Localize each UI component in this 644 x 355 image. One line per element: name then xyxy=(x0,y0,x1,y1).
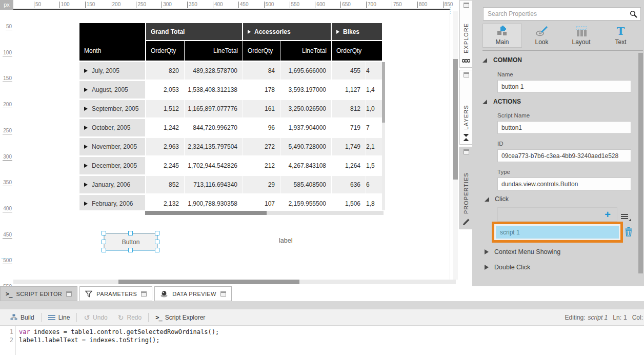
name-input[interactable] xyxy=(498,81,631,92)
data-table[interactable]: Month Grand Total Accessories Bikes Orde… xyxy=(79,23,382,210)
selection-handle[interactable] xyxy=(155,231,159,235)
table-row[interactable]: July, 2005 820 489,328.578700 84 1,695.6… xyxy=(79,62,382,80)
cell-month[interactable]: September, 2005 xyxy=(79,100,145,117)
window-icon[interactable] xyxy=(220,291,226,297)
script-name-input[interactable] xyxy=(498,122,631,133)
window-icon[interactable] xyxy=(464,149,469,154)
collapse-icon[interactable] xyxy=(482,58,487,63)
column-header[interactable]: LineTotal xyxy=(280,41,331,61)
click-event-header[interactable]: Click xyxy=(485,195,509,203)
script-list-item[interactable]: script 1 xyxy=(496,226,619,239)
row-expand-icon[interactable] xyxy=(84,202,88,206)
table-row[interactable]: August, 2005 2,053 1,538,408.312138 178 … xyxy=(79,81,382,98)
tab-parameters[interactable]: PARAMETERS xyxy=(79,286,152,301)
table-row[interactable]: September, 2005 1,512 1,165,897.077776 1… xyxy=(79,100,382,117)
script-name-field[interactable] xyxy=(497,121,631,134)
row-expand-icon[interactable] xyxy=(84,183,88,187)
search-properties-box[interactable] xyxy=(483,7,641,21)
collapse-icon[interactable] xyxy=(485,197,489,202)
selection-handle[interactable] xyxy=(102,248,106,252)
cell-month[interactable]: February, 2006 xyxy=(79,195,145,210)
tab-text[interactable]: T Text xyxy=(601,24,640,48)
list-menu-icon[interactable] xyxy=(621,214,631,221)
table-month-header[interactable]: Month xyxy=(79,23,145,61)
expand-icon[interactable] xyxy=(485,249,489,254)
canvas-vertical-scrollbar-thumb[interactable] xyxy=(453,59,458,180)
column-header[interactable]: LineTotal xyxy=(185,41,243,61)
expand-icon[interactable] xyxy=(485,265,489,270)
canvas-horizontal-scrollbar-thumb[interactable] xyxy=(118,280,299,284)
name-field[interactable] xyxy=(497,80,631,93)
row-expand-icon[interactable] xyxy=(84,107,88,111)
table-row[interactable]: January, 2006 852 713,116.694340 29 585.… xyxy=(79,176,382,193)
column-header[interactable]: OrderQty xyxy=(243,41,280,61)
search-icon[interactable] xyxy=(630,10,637,18)
tab-main[interactable]: Main xyxy=(482,24,522,48)
code-editor[interactable]: 1 var indexes = table1.control.getSelect… xyxy=(0,326,644,355)
column-header[interactable]: OrderQty xyxy=(332,41,382,61)
group-grand-total[interactable]: Grand Total xyxy=(146,23,242,40)
cell-month[interactable]: November, 2005 xyxy=(79,138,145,155)
delete-script-icon[interactable] xyxy=(625,227,633,236)
tab-layers[interactable]: LAYERS xyxy=(459,70,472,145)
selection-handle[interactable] xyxy=(128,231,133,235)
column-header[interactable]: OrderQty xyxy=(146,41,184,61)
table-row[interactable]: February, 2006 2,132 1,900,788.930358 10… xyxy=(79,195,382,210)
table-row[interactable]: October, 2005 1,242 844,720.996270 96 1,… xyxy=(79,119,382,136)
add-script-button[interactable]: + xyxy=(605,210,611,219)
tab-properties[interactable]: PROPERTIES xyxy=(459,147,472,229)
canvas-horizontal-scrollbar[interactable] xyxy=(13,280,456,284)
line-button[interactable]: Line xyxy=(43,314,75,321)
code-line[interactable]: var indexes = table1.control.getSelected… xyxy=(19,328,219,336)
selection-handle[interactable] xyxy=(128,248,133,252)
group-bikes[interactable]: Bikes xyxy=(332,23,382,40)
id-input[interactable] xyxy=(498,150,631,162)
canvas-label-element[interactable]: label xyxy=(279,237,292,244)
tab-layout[interactable]: Layout xyxy=(561,24,601,48)
redo-button[interactable]: ↻ Redo xyxy=(113,313,147,322)
cell-month[interactable]: August, 2005 xyxy=(79,81,145,98)
double-click-event-header[interactable]: Double Click xyxy=(485,264,530,271)
table-horizontal-scrollbar[interactable] xyxy=(145,211,384,215)
cell-month[interactable]: October, 2005 xyxy=(79,119,145,136)
row-expand-icon[interactable] xyxy=(84,126,88,130)
tab-script-editor[interactable]: >_ SCRIPT EDITOR xyxy=(0,286,77,301)
row-expand-icon[interactable] xyxy=(84,88,88,92)
code-line[interactable]: label1.labelText = indexes.toString(); xyxy=(19,336,160,344)
collapse-icon[interactable] xyxy=(482,100,487,104)
tab-data-preview[interactable]: DATA PREVIEW xyxy=(154,286,232,301)
selection-handle[interactable] xyxy=(102,231,106,235)
build-button[interactable]: Build xyxy=(5,314,39,321)
cell-month[interactable]: January, 2006 xyxy=(79,176,145,193)
cell-month[interactable]: July, 2005 xyxy=(79,62,145,80)
canvas-vertical-scrollbar[interactable] xyxy=(453,11,458,280)
table-horizontal-scrollbar-thumb[interactable] xyxy=(145,211,267,215)
row-expand-icon[interactable] xyxy=(84,164,88,168)
table-row[interactable]: November, 2005 2,963 2,324,135.797504 27… xyxy=(79,138,382,155)
window-icon[interactable] xyxy=(141,291,147,297)
selection-handle[interactable] xyxy=(102,240,106,244)
context-menu-event-header[interactable]: Context Menu Showing xyxy=(485,248,560,255)
section-actions[interactable]: ACTIONS xyxy=(482,98,521,105)
table-row[interactable]: December, 2005 2,245 1,702,944.542826 21… xyxy=(79,157,382,174)
search-properties-input[interactable] xyxy=(484,8,640,20)
expand-arrow-icon[interactable] xyxy=(248,30,251,34)
table-vertical-scrollbar[interactable] xyxy=(382,62,385,210)
table-vertical-scrollbar-thumb[interactable] xyxy=(382,62,385,123)
selection-handle[interactable] xyxy=(155,240,159,244)
panel-scrollbar[interactable] xyxy=(638,53,643,273)
tab-explore[interactable]: EXPLORE xyxy=(459,0,472,68)
expand-arrow-icon[interactable] xyxy=(336,30,339,34)
selection-handle[interactable] xyxy=(155,248,159,252)
section-common[interactable]: COMMON xyxy=(482,56,522,64)
cell-month[interactable]: December, 2005 xyxy=(79,157,145,174)
type-field[interactable] xyxy=(497,177,631,190)
row-expand-icon[interactable] xyxy=(84,69,88,73)
script-explorer-button[interactable]: >_ Script Explorer xyxy=(150,314,210,321)
window-icon[interactable] xyxy=(464,72,469,77)
row-expand-icon[interactable] xyxy=(84,145,88,149)
group-accessories[interactable]: Accessories xyxy=(243,23,331,40)
window-icon[interactable] xyxy=(66,291,72,297)
id-field[interactable] xyxy=(497,149,631,162)
tab-look[interactable]: Look xyxy=(522,24,561,48)
